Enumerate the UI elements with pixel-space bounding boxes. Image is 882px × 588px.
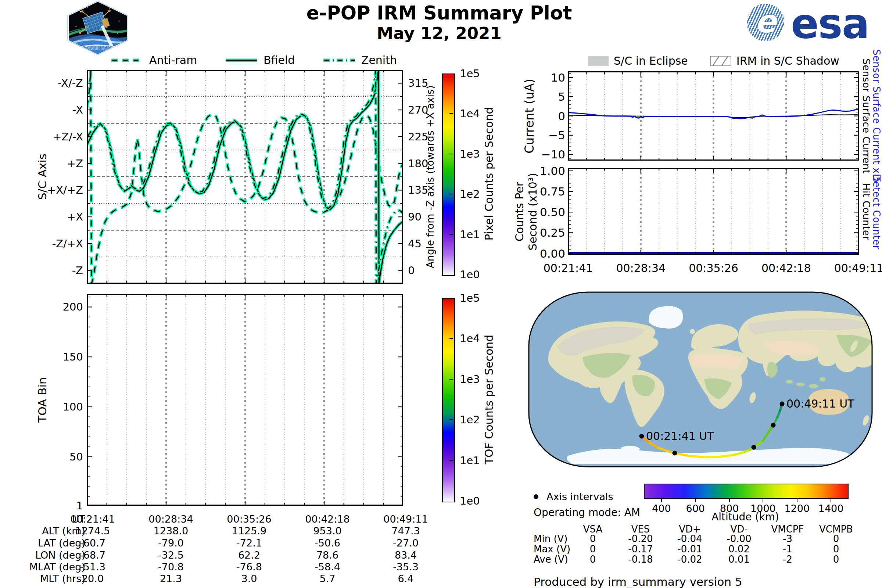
axis-ytick-left: -Z (0, 264, 83, 277)
alt-colorbar-tick (831, 499, 831, 502)
ephem-value: 20.0 (82, 573, 104, 584)
counts-ytick: 1.00 (537, 164, 565, 177)
legend-label: S/C in Eclipse (614, 54, 688, 67)
page-title: e-POP IRM Summary Plot (306, 2, 572, 24)
counts-plot-svg (568, 168, 859, 255)
ephem-value: 953.0 (313, 525, 341, 537)
eclipse-swatch-icon (588, 56, 609, 66)
counts-right-label-blue: Detect Counter (871, 174, 882, 249)
axis-ytick-right: 90 (408, 211, 422, 223)
produced-by-text: Produced by irm_summary version 5 (534, 575, 742, 588)
pixel-colorbar-label: Pixel Counts per Second (483, 107, 495, 241)
ephem-value: 6.4 (398, 573, 414, 584)
axis-interval-dot (672, 451, 677, 456)
counts-ytick: 0.50 (537, 206, 565, 219)
time-tick-label: 00:49:11 (834, 262, 882, 274)
ground-track-map: 00:21:41 UT00:49:11 UT (528, 291, 873, 469)
current-ytick: 5 (537, 90, 565, 103)
voltage-value: -0.17 (628, 543, 652, 555)
ephem-value: -76.8 (236, 561, 262, 573)
legend-item-anti-ram: Anti-ram (110, 54, 197, 66)
axis-ytick-right: 135 (408, 184, 428, 196)
voltage-value: -0.20 (628, 533, 652, 544)
ephem-value: 00:28:34 (148, 513, 193, 525)
time-tick-label: 00:28:34 (616, 262, 666, 274)
zenith-line-sample (322, 56, 356, 64)
track-start-time: 00:21:41 UT (646, 430, 714, 442)
ephem-value: -68.7 (80, 549, 105, 561)
ephem-value: -58.4 (315, 561, 340, 573)
ephem-value: 21.3 (160, 573, 182, 584)
axis-ytick-left: -Z/+X (0, 237, 83, 250)
counts-ytick: 0.25 (537, 226, 565, 239)
voltage-value: 0.01 (728, 554, 750, 565)
axis-ytick-right: 315 (408, 77, 428, 89)
current-ytick: 10 (537, 71, 565, 84)
axis-ytick-left: -X (0, 104, 83, 116)
axis-ytick-right: 270 (408, 104, 428, 116)
ephem-value: 00:35:26 (227, 513, 271, 525)
alt-colorbar-tick-label: 1200 (784, 503, 810, 514)
counts-ylabel-line1: Counts Per (513, 173, 526, 250)
colorbar-tick (450, 194, 453, 194)
ephem-value: 00:42:18 (305, 513, 350, 525)
sc-axis-plot (87, 70, 403, 285)
ephem-value: -32.5 (158, 549, 184, 561)
colorbar-tick (450, 113, 453, 114)
colorbar-tick-label: 1e1 (460, 228, 480, 241)
alt-colorbar-tick (695, 499, 696, 502)
voltage-row-label: Min (V) (534, 533, 567, 544)
ephem-value: 83.4 (395, 549, 417, 561)
voltage-row-label: Max (V) (534, 543, 570, 555)
ephem-value: 5.7 (320, 573, 336, 584)
axis-interval-dot (771, 423, 776, 428)
legend-item-bfield: Bfield (225, 54, 295, 66)
voltage-value: -0.00 (726, 533, 751, 544)
toa-ytick: 150 (0, 351, 83, 363)
legend-label: IRM in S/C Shadow (736, 54, 839, 67)
axis-ytick-left: +X (0, 211, 83, 223)
ephem-value: -35.3 (393, 561, 418, 573)
axis-ytick-right: 45 (408, 237, 422, 250)
colorbar-tick (450, 460, 453, 461)
tof-colorbar: 1e51e41e31e21e11e0 (442, 298, 455, 501)
ephem-value: 1274.5 (75, 525, 110, 537)
voltage-value: -1 (783, 543, 792, 555)
axis-interval-dot (639, 434, 644, 439)
anti-ram-line-sample (110, 56, 144, 64)
voltage-value: 0.02 (728, 543, 750, 555)
voltage-value: 0 (590, 554, 596, 565)
cassiope-patch-icon: CASSIOPE (66, 1, 130, 55)
voltage-value: 0 (590, 533, 596, 544)
current-plot-svg (568, 71, 859, 160)
ephem-value: -72.1 (236, 537, 262, 549)
counts-plot (568, 168, 859, 256)
axis-ytick-left: +Z (0, 157, 83, 170)
alt-colorbar-tick (797, 499, 798, 502)
sc-axis-plot-svg (87, 70, 403, 284)
colorbar-tick-label: 1e5 (460, 67, 480, 80)
ephem-value: -51.3 (80, 561, 105, 573)
alt-colorbar-tick (661, 499, 662, 502)
axis-interval-dot (752, 445, 756, 450)
axis-ytick-right: 0 (408, 264, 414, 277)
colorbar-tick (450, 419, 453, 420)
altitude-colorbar-label: Altitude (km) (711, 511, 779, 523)
axis-ytick-left: -X/-Z (0, 77, 83, 89)
ephem-row-label: MLAT (deg) (0, 561, 85, 573)
colorbar-tick (450, 234, 453, 235)
ephem-row-label: LAT (deg) (0, 537, 85, 549)
ephem-row-label: MLT (hrs) (0, 573, 85, 584)
counts-ytick: 0.75 (537, 185, 565, 198)
bfield-line-sample (225, 56, 258, 64)
tof-colorbar-gradient (442, 298, 455, 502)
current-ytick: −10 (537, 148, 565, 161)
track-end-time: 00:49:11 UT (786, 397, 854, 410)
voltage-value: 0 (833, 543, 839, 555)
ephem-value: -79.0 (158, 537, 184, 549)
current-ytick: −5 (537, 129, 565, 142)
current-ytick: 0 (537, 110, 565, 123)
axis-intervals-legend: Axis intervals (534, 491, 614, 502)
axis-ytick-right: 225 (408, 130, 428, 143)
alt-colorbar-tick (729, 499, 730, 502)
